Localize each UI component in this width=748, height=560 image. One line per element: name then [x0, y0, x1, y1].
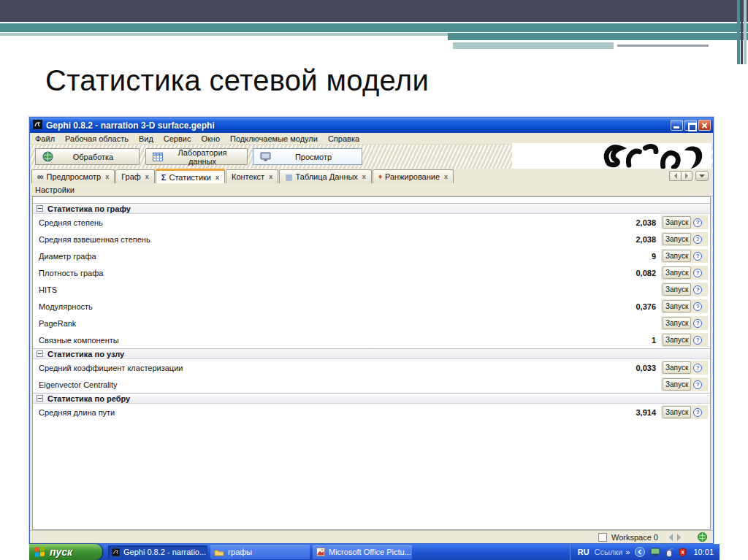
taskbar-task[interactable]: графы: [210, 545, 310, 559]
help-icon[interactable]: ?: [693, 235, 702, 244]
help-icon[interactable]: ?: [693, 408, 702, 417]
tab-close-icon[interactable]: x: [215, 174, 219, 181]
workspace-globe-icon[interactable]: [698, 532, 707, 542]
help-icon[interactable]: ?: [693, 336, 702, 345]
window-titlebar[interactable]: Gephi 0.8.2 - narration 3-D surface.geph…: [30, 118, 713, 133]
tab[interactable]: ▦ Таблица Данных x: [279, 169, 372, 183]
run-button[interactable]: Запуск: [663, 406, 691, 418]
help-icon[interactable]: ?: [693, 252, 702, 261]
hide-icons-icon[interactable]: [635, 547, 645, 557]
settings-bar[interactable]: Настройки: [30, 183, 713, 196]
taskbar-task[interactable]: Microsoft Office Pictu...: [313, 545, 412, 559]
restore-button[interactable]: [684, 120, 697, 131]
settings-label: Настройки: [35, 185, 75, 194]
menu-item[interactable]: Сервис: [159, 133, 196, 144]
gephi-window: Gephi 0.8.2 - narration 3-D surface.geph…: [29, 117, 714, 544]
stats-section-header[interactable]: Статистика по ребру: [33, 393, 710, 404]
stat-row: Средняя длина пути 3,914 Запуск ?: [33, 404, 710, 421]
help-icon[interactable]: ?: [693, 364, 702, 372]
menu-item[interactable]: Окно: [196, 133, 225, 144]
tab-close-icon[interactable]: x: [444, 173, 448, 180]
menu-item[interactable]: Вид: [134, 133, 159, 144]
tab[interactable]: ♦ Ранжирование x: [373, 169, 454, 183]
tab[interactable]: ∞ Предпросмотр x: [31, 169, 115, 183]
window-controls: [671, 120, 711, 131]
run-button[interactable]: Запуск: [663, 334, 691, 346]
run-button[interactable]: Запуск: [663, 378, 691, 391]
language-indicator[interactable]: RU: [578, 548, 589, 556]
workspace-checkbox[interactable]: [598, 533, 607, 542]
stats-section-header[interactable]: Статистика по графу: [33, 203, 710, 214]
help-icon[interactable]: ?: [693, 319, 702, 328]
tab-close-icon[interactable]: x: [105, 173, 109, 180]
menu-item[interactable]: Файл: [30, 133, 60, 144]
run-button[interactable]: Запуск: [663, 300, 691, 312]
system-tray: RU Ссылки » 10:01: [570, 544, 720, 560]
taskbar-task[interactable]: Gephi 0.8.2 - narratio...: [108, 545, 207, 559]
stat-value: 2,038: [590, 235, 656, 244]
tab-row: ∞ Предпросмотр x Граф x Σ Статистики x К…: [30, 169, 713, 183]
menu-item[interactable]: Подключаемые модули: [225, 133, 323, 144]
run-button[interactable]: Запуск: [663, 216, 691, 229]
toolbar-button[interactable]: Лаборатория данных: [145, 148, 248, 165]
tab-close-icon[interactable]: x: [145, 173, 149, 180]
ranking-icon: ♦: [378, 173, 382, 180]
toolbar-button[interactable]: Просмотр: [253, 148, 362, 165]
stat-row: Eigenvector Centrality Запуск ?: [33, 376, 710, 393]
close-button[interactable]: [698, 120, 711, 131]
help-icon[interactable]: ?: [693, 218, 702, 227]
run-button[interactable]: Запуск: [663, 266, 691, 279]
workspace-prev-icon[interactable]: [665, 534, 673, 541]
tab-strip: ∞ Предпросмотр x Граф x Σ Статистики x К…: [31, 169, 454, 183]
links-toolbar-label[interactable]: Ссылки: [595, 548, 623, 556]
tab-close-icon[interactable]: x: [362, 173, 366, 180]
banner-edge-stripe: [737, 0, 740, 64]
stats-section-header[interactable]: Статистика по узлу: [33, 348, 710, 359]
run-button[interactable]: Запуск: [663, 233, 691, 245]
menu-item[interactable]: Рабочая область: [60, 133, 134, 144]
help-icon[interactable]: ?: [693, 269, 702, 277]
collapse-icon[interactable]: [37, 350, 43, 357]
banner-teal-bar: [0, 23, 748, 32]
taskbar: пуск Gephi 0.8.2 - narratio... графы Mic…: [29, 544, 720, 560]
folder-icon: [214, 548, 224, 556]
collapse-icon[interactable]: [37, 205, 43, 212]
tab[interactable]: Граф x: [115, 169, 155, 183]
stat-value: 1: [590, 336, 656, 345]
workspace-next-icon[interactable]: [677, 534, 684, 541]
toolbar-button[interactable]: Обработка: [35, 148, 140, 165]
tab-scroll-right-icon[interactable]: [681, 171, 692, 181]
display-tray-icon[interactable]: [650, 548, 660, 556]
mouse-tray-icon[interactable]: [665, 548, 673, 557]
tab-close-icon[interactable]: x: [269, 173, 272, 180]
help-icon[interactable]: ?: [693, 380, 702, 389]
collapse-icon[interactable]: [37, 395, 43, 402]
start-button[interactable]: пуск: [29, 544, 102, 560]
security-shield-icon[interactable]: [679, 548, 687, 557]
run-button[interactable]: Запуск: [663, 317, 691, 329]
banner-edge-stripe: [744, 0, 747, 64]
tab[interactable]: Σ Статистики x: [156, 169, 225, 183]
tab-scroll-buttons: [669, 171, 692, 181]
workspace-label: Workspace 0: [611, 533, 658, 542]
tab[interactable]: Контекст x: [226, 169, 278, 183]
stat-value: 0,082: [590, 269, 656, 277]
tab-list-dropdown-icon[interactable]: [695, 171, 709, 181]
windows-logo-icon: [35, 546, 45, 557]
stats-table: Статистика по графу Средняя степень 2,03…: [33, 203, 710, 421]
run-button[interactable]: Запуск: [663, 361, 691, 374]
links-overflow-chevron[interactable]: »: [625, 548, 630, 556]
run-button[interactable]: Запуск: [663, 250, 691, 262]
tab-scroll-left-icon[interactable]: [669, 171, 681, 181]
run-button[interactable]: Запуск: [663, 283, 691, 296]
help-icon[interactable]: ?: [693, 285, 702, 294]
help-icon[interactable]: ?: [693, 302, 702, 311]
banner-line-right: [617, 45, 709, 47]
minimize-button[interactable]: [671, 120, 683, 131]
gephi-icon: [112, 548, 120, 556]
stat-row: Связные компоненты 1 Запуск ?: [33, 331, 710, 348]
glasses-icon: ∞: [37, 173, 44, 180]
decorative-swirl: [512, 143, 711, 169]
stat-row: Диаметр графа 9 Запуск ?: [33, 248, 710, 264]
menu-item[interactable]: Справка: [323, 133, 365, 144]
